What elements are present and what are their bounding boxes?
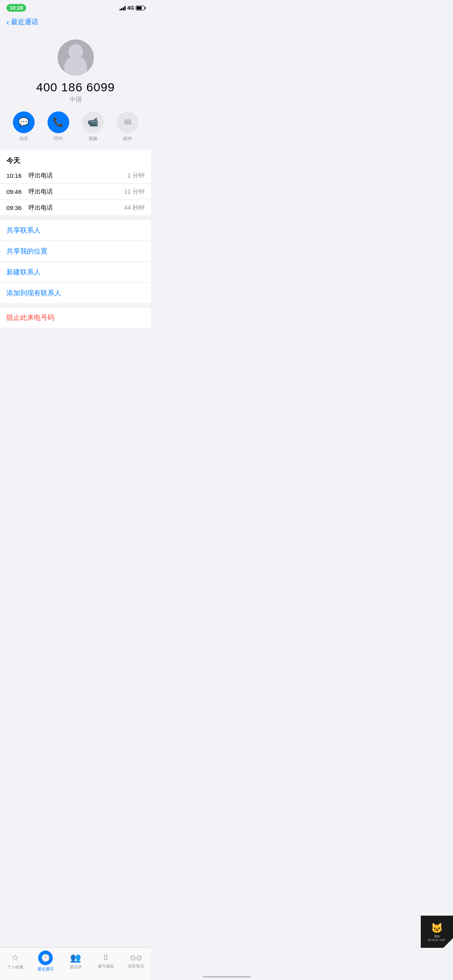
block-card: 阻止此来电号码 (0, 307, 151, 328)
block-number-link[interactable]: 阻止此来电号码 (0, 307, 151, 328)
new-contact-link[interactable]: 新建联系人 (0, 262, 151, 283)
call-duration-3: 44 秒钟 (124, 204, 145, 212)
call-type-1: 呼出电话 (29, 172, 127, 179)
call-history-section: 今天 10:16 呼出电话 1 分钟 09:46 呼出电话 11 分钟 09:3… (0, 150, 151, 216)
call-circle: 📞 (48, 111, 69, 133)
call-type-2: 呼出电话 (29, 188, 124, 196)
video-icon: 📹 (87, 117, 98, 128)
back-label: 最近通话 (11, 17, 38, 27)
message-circle: 💬 (13, 111, 35, 133)
network-type: 4G (127, 5, 134, 11)
video-label: 视频 (89, 136, 97, 142)
call-time-2: 09:46 (6, 188, 29, 195)
call-row[interactable]: 09:36 呼出电话 44 秒钟 (0, 200, 151, 216)
back-button[interactable]: ‹ 最近通话 (6, 17, 145, 27)
call-row[interactable]: 10:16 呼出电话 1 分钟 (0, 168, 151, 184)
mail-label: 邮件 (123, 136, 132, 142)
call-time-3: 09:36 (6, 204, 29, 211)
mail-icon: ✉ (124, 117, 131, 128)
video-circle: 📹 (82, 111, 104, 133)
avatar-body (64, 56, 87, 76)
avatar (58, 39, 94, 76)
mail-action[interactable]: ✉ 邮件 (117, 111, 139, 142)
back-chevron-icon: ‹ (6, 18, 9, 26)
call-duration-2: 11 分钟 (124, 188, 145, 196)
mail-circle: ✉ (117, 111, 139, 133)
message-action[interactable]: 💬 信息 (13, 111, 35, 142)
call-time-1: 10:16 (6, 172, 29, 179)
call-duration-1: 1 分钟 (127, 172, 145, 179)
battery-icon (136, 6, 145, 10)
status-bar: 10:28 4G (0, 0, 151, 14)
phone-number: 400 186 6099 (36, 80, 115, 94)
status-icons: 4G (120, 5, 145, 11)
video-action[interactable]: 📹 视频 (82, 111, 104, 142)
main-content: 今天 10:16 呼出电话 1 分钟 09:46 呼出电话 11 分钟 09:3… (0, 150, 151, 368)
add-existing-link[interactable]: 添加到现有联系人 (0, 283, 151, 303)
today-header: 今天 (0, 151, 151, 168)
header: ‹ 最近通话 (0, 14, 151, 33)
profile-section: 400 186 6099 中国 💬 信息 📞 呼叫 📹 视频 ✉ (0, 33, 151, 150)
message-icon: 💬 (18, 117, 29, 128)
avatar-head (68, 44, 83, 59)
call-type-3: 呼出电话 (29, 204, 124, 212)
call-action[interactable]: 📞 呼叫 (48, 111, 69, 142)
signal-icon (120, 6, 126, 10)
share-location-link[interactable]: 共享我的位置 (0, 241, 151, 262)
location: 中国 (70, 96, 82, 103)
share-contact-link[interactable]: 共享联系人 (0, 220, 151, 241)
contact-actions-card: 共享联系人 共享我的位置 新建联系人 添加到现有联系人 (0, 220, 151, 303)
call-row[interactable]: 09:46 呼出电话 11 分钟 (0, 184, 151, 200)
call-label: 呼叫 (54, 136, 63, 142)
call-icon: 📞 (53, 117, 64, 128)
status-time: 10:28 (6, 4, 26, 12)
action-buttons: 💬 信息 📞 呼叫 📹 视频 ✉ 邮件 (13, 111, 139, 142)
message-label: 信息 (19, 136, 28, 142)
